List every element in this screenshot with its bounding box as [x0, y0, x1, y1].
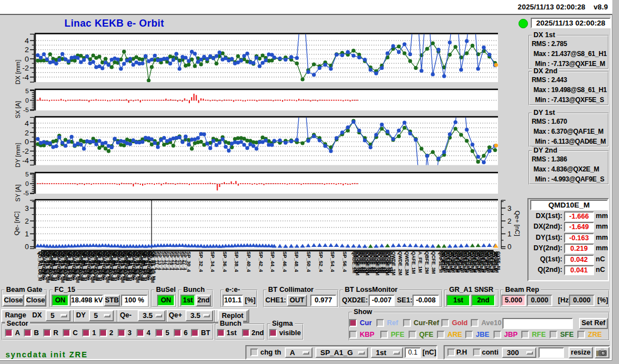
svg-text:5: 5 — [26, 88, 29, 94]
svg-text:-2: -2 — [22, 64, 29, 72]
svg-text:SP_36_4: SP_36_4 — [222, 251, 228, 272]
svg-text:0: 0 — [507, 242, 511, 251]
svg-text:A_FE_1M: A_FE_1M — [417, 251, 423, 273]
svg-text:QCFE_3M: QCFE_3M — [431, 251, 436, 274]
svg-text:SP_32_4: SP_32_4 — [198, 251, 204, 272]
svg-text:SX [A]: SX [A] — [14, 101, 21, 118]
svg-text:2: 2 — [24, 46, 29, 54]
svg-text:Qe+ [nC]: Qe+ [nC] — [514, 210, 521, 236]
svg-text:SP_50_4: SP_50_4 — [306, 251, 311, 272]
svg-text:0: 0 — [24, 138, 29, 146]
svg-text:SY [A]: SY [A] — [14, 185, 21, 202]
svg-text:2: 2 — [25, 217, 29, 225]
svg-text:1: 1 — [25, 230, 29, 238]
svg-text:SP_42_4: SP_42_4 — [258, 251, 264, 272]
svg-text:SP_30_4: SP_30_4 — [186, 251, 192, 272]
svg-text:0: 0 — [26, 180, 29, 187]
svg-text:-5: -5 — [23, 107, 29, 113]
svg-text:SP_52_4: SP_52_4 — [318, 251, 324, 272]
svg-text:-2: -2 — [22, 147, 29, 155]
svg-text:0: 0 — [24, 55, 29, 63]
svg-text:2: 2 — [24, 129, 29, 137]
svg-text:SP_48_4: SP_48_4 — [294, 251, 299, 272]
svg-text:4: 4 — [24, 37, 29, 45]
svg-text:SP_40_4: SP_40_4 — [246, 251, 251, 272]
svg-text:0: 0 — [26, 97, 29, 104]
svg-text:SP_34_4: SP_34_4 — [210, 251, 215, 272]
svg-text:QWDE_3M: QWDE_3M — [404, 251, 410, 275]
svg-text:SP_38_4: SP_38_4 — [234, 251, 239, 272]
svg-text:SP_54_4: SP_54_4 — [330, 251, 335, 272]
svg-text:SP_44_4: SP_44_4 — [270, 251, 275, 272]
svg-text:QAFE_1M: QAFE_1M — [411, 251, 416, 274]
svg-text:Qe- [nC]: Qe- [nC] — [13, 211, 20, 235]
svg-text:-4: -4 — [22, 156, 29, 165]
svg-text:SP_46_4: SP_46_4 — [282, 251, 288, 272]
svg-text:4: 4 — [24, 119, 29, 128]
svg-text:DY [mm]: DY [mm] — [14, 143, 21, 168]
svg-text:5: 5 — [26, 171, 29, 178]
svg-text:QWDE_2M: QWDE_2M — [397, 251, 403, 275]
svg-text:SP_56_4: SP_56_4 — [342, 251, 348, 272]
svg-text:QBFE_2M: QBFE_2M — [424, 251, 430, 274]
svg-text:DX [mm]: DX [mm] — [14, 60, 21, 85]
svg-text:QWDE_1M: QWDE_1M — [391, 251, 396, 275]
svg-text:3: 3 — [507, 204, 511, 213]
svg-text:-5: -5 — [23, 190, 29, 196]
svg-text:QX5E_M: QX5E_M — [496, 251, 501, 270]
svg-text:1: 1 — [507, 230, 511, 238]
svg-text:0: 0 — [25, 242, 29, 251]
svg-text:2: 2 — [507, 217, 511, 225]
svg-text:3: 3 — [25, 204, 29, 213]
svg-text:-4: -4 — [22, 73, 29, 82]
